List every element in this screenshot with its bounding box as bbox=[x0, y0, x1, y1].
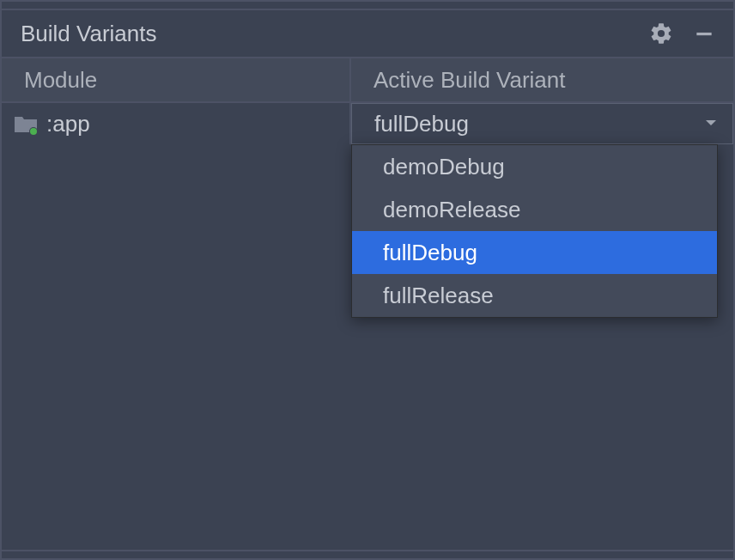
build-variants-panel: Build Variants Module Active Build Varia… bbox=[0, 0, 735, 560]
gear-icon bbox=[649, 21, 673, 46]
panel-title: Build Variants bbox=[21, 21, 647, 47]
panel-actions bbox=[647, 20, 718, 47]
table-header: Module Active Build Variant bbox=[2, 58, 733, 103]
panel-header: Build Variants bbox=[2, 10, 733, 58]
dropdown-option-fullDebug[interactable]: fullDebug bbox=[352, 231, 717, 274]
minimize-icon bbox=[693, 22, 715, 45]
chevron-down-icon bbox=[705, 117, 717, 131]
minimize-button[interactable] bbox=[690, 20, 718, 47]
svg-rect-0 bbox=[696, 33, 711, 35]
dropdown-option-fullRelease[interactable]: fullRelease bbox=[352, 274, 717, 317]
module-folder-icon bbox=[14, 114, 38, 133]
variant-dropdown-cell[interactable]: fullDebug bbox=[351, 103, 733, 144]
settings-button[interactable] bbox=[647, 20, 675, 47]
panel-footer bbox=[2, 550, 733, 558]
dropdown-option-demoDebug[interactable]: demoDebug bbox=[352, 145, 717, 188]
panel-top-border bbox=[2, 2, 733, 10]
module-name: :app bbox=[46, 111, 90, 137]
selected-variant-label: fullDebug bbox=[374, 111, 469, 137]
table-body: :app fullDebug demoDebug demoRelease ful… bbox=[2, 103, 733, 550]
table-row: :app fullDebug bbox=[2, 103, 733, 144]
column-header-variant[interactable]: Active Build Variant bbox=[351, 58, 733, 101]
variant-dropdown-menu: demoDebug demoRelease fullDebug fullRele… bbox=[351, 144, 718, 318]
module-cell[interactable]: :app bbox=[2, 103, 351, 144]
column-header-module[interactable]: Module bbox=[2, 58, 351, 101]
dropdown-option-demoRelease[interactable]: demoRelease bbox=[352, 188, 717, 231]
svg-point-2 bbox=[30, 128, 37, 135]
